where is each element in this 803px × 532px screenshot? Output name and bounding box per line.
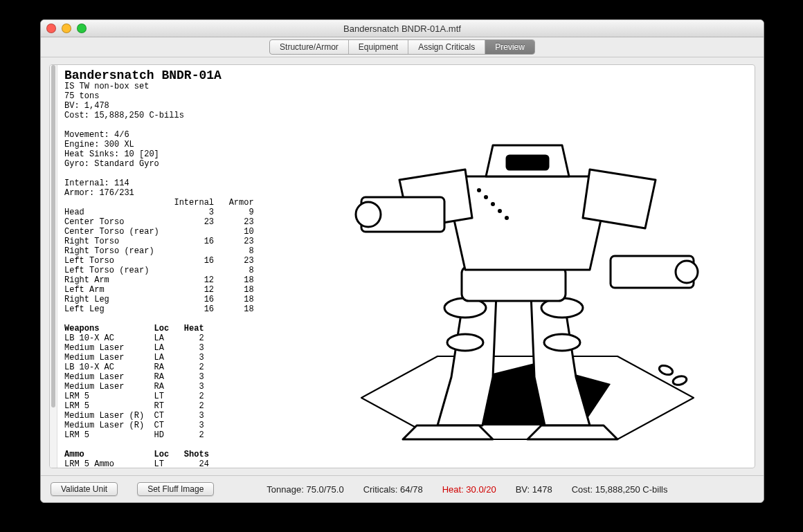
svg-rect-8: [462, 266, 566, 301]
svg-point-3: [447, 334, 483, 351]
tab-structure-armor[interactable]: Structure/Armor: [270, 40, 349, 54]
zoom-icon[interactable]: [77, 24, 87, 33]
tab-group: Structure/Armor Equipment Assign Critica…: [269, 39, 535, 55]
status-tonnage: Tonnage: 75.0/75.0: [267, 484, 343, 495]
status-criticals: Criticals: 64/78: [363, 484, 423, 495]
svg-point-13: [356, 202, 381, 227]
status-cost: Cost: 15,888,250 C-bills: [572, 484, 668, 495]
app-window: Bandersnatch BNDR-01A.mtf Structure/Armo…: [40, 19, 764, 503]
svg-point-5: [544, 334, 580, 351]
preview-panel: Bandersnatch BNDR-01AIS TW non-box set 7…: [49, 64, 755, 468]
status-heat: Heat: 30.0/20: [442, 484, 496, 495]
minimize-icon[interactable]: [62, 24, 71, 33]
set-fluff-image-button[interactable]: Set Fluff Image: [137, 482, 214, 496]
tab-preview[interactable]: Preview: [485, 40, 534, 54]
svg-marker-9: [444, 176, 611, 270]
scroll-gutter: [50, 65, 57, 468]
validate-unit-button[interactable]: Validate Unit: [51, 482, 118, 496]
fluff-image-region: [307, 71, 748, 462]
status-bar: Validate Unit Set Fluff Image Tonnage: 7…: [41, 475, 764, 502]
window-title: Bandersnatch BNDR-01A.mtf: [41, 24, 764, 34]
tab-equipment[interactable]: Equipment: [349, 40, 408, 54]
status-bv: BV: 1478: [516, 484, 552, 495]
svg-point-24: [671, 375, 687, 387]
svg-point-15: [676, 261, 698, 283]
svg-point-23: [658, 364, 674, 376]
svg-marker-6: [403, 425, 493, 439]
svg-point-19: [484, 195, 488, 199]
svg-point-20: [491, 202, 495, 206]
titlebar[interactable]: Bandersnatch BNDR-01A.mtf: [41, 20, 764, 37]
svg-marker-7: [527, 425, 617, 439]
unit-name: Bandersnatch BNDR-01A: [64, 71, 307, 80]
svg-point-18: [477, 188, 481, 192]
tabbar: Structure/Armor Equipment Assign Critica…: [41, 37, 764, 57]
scrollbar[interactable]: [50, 65, 57, 468]
record-sheet-text: Bandersnatch BNDR-01AIS TW non-box set 7…: [64, 71, 307, 462]
svg-rect-17: [507, 156, 548, 169]
close-icon[interactable]: [46, 24, 56, 33]
window-controls: [46, 24, 87, 33]
svg-point-21: [498, 209, 502, 213]
preview-content: Bandersnatch BNDR-01AIS TW non-box set 7…: [57, 65, 755, 468]
mech-illustration: [334, 80, 721, 453]
svg-point-22: [505, 216, 509, 220]
tab-assign-criticals[interactable]: Assign Criticals: [408, 40, 485, 54]
svg-marker-11: [583, 169, 656, 228]
scrollbar-thumb[interactable]: [51, 65, 55, 407]
